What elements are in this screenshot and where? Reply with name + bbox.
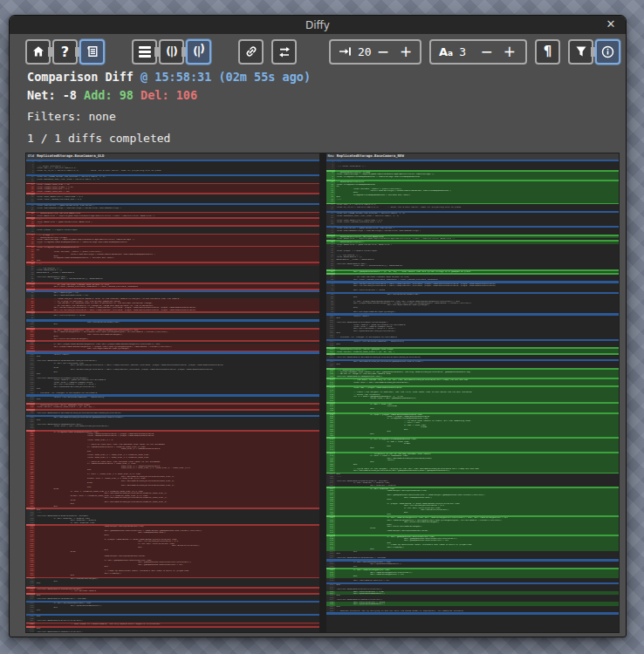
- diff-line: 6: [26, 172, 319, 174]
- split-view-button[interactable]: (|): [159, 39, 184, 65]
- diffy-window: Diffy ✕ ? (|) (|): [9, 15, 627, 637]
- diff-line: [326, 612, 620, 615]
- diff-line: 258: [26, 611, 319, 613]
- toolbar: ? (|) (|): [10, 34, 626, 67]
- swap-sides-button[interactable]: [271, 39, 297, 65]
- split-view-icon: (|): [166, 45, 176, 58]
- diff-line: 24: [326, 208, 620, 210]
- net-count: Net: -8: [27, 88, 84, 102]
- add-count: Add: 98: [84, 88, 140, 102]
- diff-line: [26, 351, 319, 352]
- pilcrow-icon: ¶: [544, 44, 552, 59]
- diff-line: 25: [26, 201, 319, 202]
- whitespace-toggle-button[interactable]: ¶: [535, 39, 560, 65]
- diff-line: 227function BaseCamera:GetEnabled(): boo…: [326, 557, 620, 559]
- font-size-increase-button[interactable]: +: [498, 43, 517, 60]
- diff-line: 138-- Listener for changes to workspace.…: [26, 392, 319, 394]
- filters-status: Filters: none: [27, 110, 626, 123]
- window-title: Diffy: [305, 19, 330, 31]
- diff-line: 125function BaseCamera:SetCameraToSubjec…: [326, 357, 620, 358]
- close-button[interactable]: ✕: [604, 17, 618, 31]
- code-lines-right[interactable]: 1--!!23--[[ Local Constants ]]--46-- @Mo…: [326, 161, 620, 632]
- link-icon: [244, 44, 258, 58]
- font-size-icon: Aa: [439, 45, 453, 58]
- home-icon: [31, 44, 45, 58]
- diff-line: 243 self.lastCameraTransform = nil: [326, 580, 620, 582]
- diff-line: 153function BaseCamera:SetCameraToSubjec…: [26, 412, 319, 414]
- diff-pane-right[interactable]: New ReplicatedStorage.BaseCamera_NEW 1--…: [326, 153, 620, 632]
- diff-area: Old ReplicatedStorage.BaseCamera_OLD 1--…: [25, 153, 620, 633]
- diff-line: 92: [26, 317, 319, 319]
- comparison-title: Comparison Diff @ 15:58:31 (02m 55s ago): [27, 70, 626, 84]
- font-size-group: Aa 3 − +: [429, 39, 527, 65]
- wrap-lines-button[interactable]: [79, 39, 105, 65]
- diff-line: 262-- Removed distance: set by dollying …: [326, 610, 620, 612]
- diff-line: [26, 289, 319, 290]
- funnel-icon: [574, 44, 588, 58]
- progress-status: 1 / 1 diffs completed: [27, 132, 626, 145]
- unified-view-button[interactable]: [132, 39, 157, 65]
- help-button[interactable]: ?: [52, 39, 78, 65]
- info-button[interactable]: [595, 39, 620, 65]
- font-size-decrease-button[interactable]: −: [476, 43, 498, 60]
- diff-line: 247function BaseCamera:GetEnabled(): boo…: [26, 598, 319, 600]
- font-size-value: 3: [459, 45, 466, 58]
- home-button[interactable]: [25, 39, 51, 65]
- split-view-right-icon: (|): [193, 45, 203, 58]
- diff-line: 93 self:OnPlayerCameraPropertyChange(): [326, 311, 620, 313]
- diff-stats: Net: -8 Add: 98 Del: 106: [27, 88, 626, 102]
- diff-pane-left[interactable]: Old ReplicatedStorage.BaseCamera_OLD 1--…: [26, 153, 319, 632]
- scroll-icon: [86, 44, 99, 58]
- code-lines-left[interactable]: 1--!!23--[[ Local Constants ]]--4local U…: [26, 161, 319, 632]
- tab-width-value: 20: [358, 45, 372, 58]
- tab-width-increase-button[interactable]: +: [394, 43, 414, 60]
- tab-width-decrease-button[interactable]: −: [372, 43, 394, 60]
- comparison-timestamp: @ 15:58:31 (02m 55s ago): [134, 70, 311, 84]
- question-icon: ?: [61, 44, 69, 60]
- info-circle-icon: [600, 44, 615, 59]
- titlebar[interactable]: Diffy ✕: [10, 16, 626, 34]
- split-view-right-button[interactable]: (|): [186, 39, 211, 65]
- diff-line: 36: [326, 223, 620, 225]
- filter-button[interactable]: [568, 39, 593, 65]
- diff-line: 68 self.FIRST_PERSON_DISTANCE_THRESHOLD …: [326, 279, 620, 281]
- diff-line: 78 self.inFirstPerson = false: [326, 290, 620, 291]
- del-count: Del: 106: [140, 88, 197, 102]
- tab-width-group: 20 − +: [329, 39, 421, 65]
- unified-lines-icon: [139, 46, 151, 58]
- link-scroll-button[interactable]: [238, 39, 264, 65]
- diff-line: 110-- Listener for changes to workspace.…: [326, 337, 620, 338]
- diff-line: 273function BaseCamera:LeaveFirstPerson(…: [26, 631, 319, 632]
- diff-summary: Comparison Diff @ 15:58:31 (02m 55s ago)…: [10, 67, 626, 149]
- swap-arrows-icon: [277, 44, 291, 58]
- tab-width-icon: [339, 45, 352, 58]
